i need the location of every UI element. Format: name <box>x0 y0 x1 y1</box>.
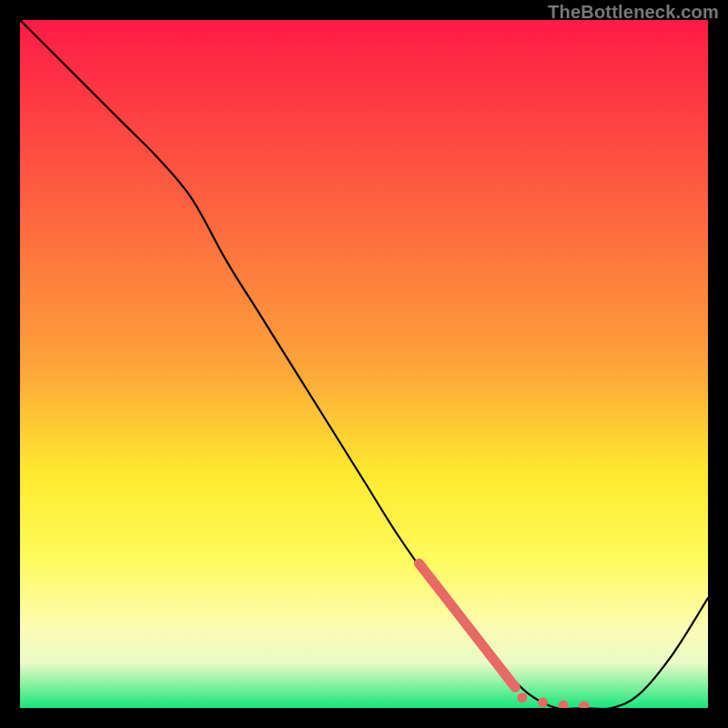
plot-area <box>20 20 708 708</box>
chart-frame: TheBottleneck.com <box>0 0 728 728</box>
chart-svg <box>20 20 708 708</box>
watermark-text: TheBottleneck.com <box>548 2 719 23</box>
marker-dot <box>538 697 548 707</box>
marker-dot <box>517 693 527 703</box>
